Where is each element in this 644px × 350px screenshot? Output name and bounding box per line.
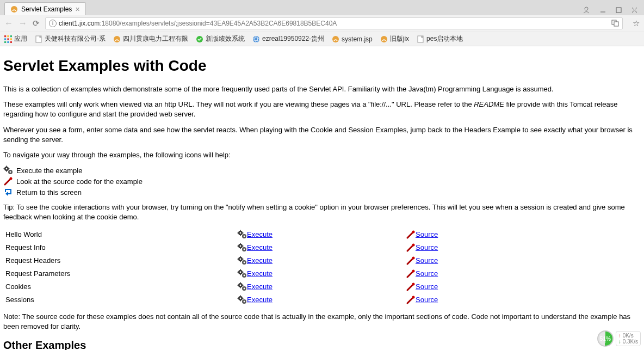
tab-bar: Servlet Examples × — [0, 0, 644, 15]
favicon-icon — [332, 35, 339, 43]
speed-box: ↑ 0K/s ↓ 0.3K/s — [616, 331, 641, 346]
example-name: Cookies — [3, 283, 237, 291]
bookmark-item[interactable]: 旧版jix — [380, 34, 409, 44]
tip-para: Tip: To see the cookie interactions with… — [3, 202, 641, 222]
table-row: Request Info Execute Source — [3, 241, 641, 254]
table-row: Hello World Execute Source — [3, 228, 641, 241]
example-name: Request Info — [3, 243, 237, 251]
tab-close-icon[interactable]: × — [75, 5, 79, 13]
bookmark-bar: 应用 天健科技有限公司-系 四川贯康电力工程有限 新版绩效系统 ezreal19… — [0, 32, 644, 46]
intro-para: This is a collection of examples which d… — [3, 84, 641, 94]
table-row: Request Headers Execute Source — [3, 254, 641, 267]
source-icon — [406, 230, 416, 240]
favicon-icon — [252, 35, 260, 43]
forward-button[interactable]: → — [18, 19, 27, 28]
source-link[interactable]: Source — [416, 283, 438, 291]
legend-execute: Execute the example — [3, 165, 641, 175]
bookmark-item[interactable]: 天健科技有限公司-系 — [35, 34, 106, 44]
bookmark-item[interactable]: 新版绩效系统 — [196, 34, 245, 44]
bookmark-item[interactable]: system.jsp — [332, 35, 373, 43]
source-link[interactable]: Source — [416, 230, 438, 238]
source-link[interactable]: Source — [416, 269, 438, 278]
browser-tab[interactable]: Servlet Examples × — [4, 2, 86, 15]
window-controls — [576, 6, 644, 15]
execute-icon — [237, 230, 247, 240]
favicon-icon — [196, 35, 203, 43]
reload-button[interactable]: ⟳ — [33, 19, 40, 28]
favicon-icon — [380, 35, 388, 43]
page-content: Servlet Examples with Code This is a col… — [0, 46, 644, 350]
example-name: Request Parameters — [3, 269, 237, 278]
source-icon — [406, 243, 416, 253]
url-host: client1.jix.com — [59, 20, 100, 27]
execute-link[interactable]: Execute — [247, 256, 273, 265]
source-icon — [406, 269, 416, 279]
execute-link[interactable]: Execute — [247, 296, 273, 304]
tab-favicon-icon — [10, 5, 18, 13]
execute-link[interactable]: Execute — [247, 269, 273, 278]
execute-icon — [237, 269, 247, 279]
user-icon[interactable] — [583, 6, 590, 15]
bookmark-item[interactable]: pes启动本地 — [417, 34, 463, 44]
execute-icon — [3, 165, 13, 175]
svg-rect-27 — [616, 8, 621, 13]
url-bar[interactable]: i client1.jix.com:18080/examples/servlet… — [45, 17, 623, 29]
execute-icon — [237, 282, 247, 292]
table-row: Cookies Execute Source — [3, 280, 641, 293]
execute-link[interactable]: Execute — [247, 243, 273, 251]
favicon-icon — [113, 35, 121, 43]
network-monitor[interactable]: 51% ↑ 0K/s ↓ 0.3K/s — [597, 330, 641, 347]
other-examples-heading: Other Examples — [3, 339, 641, 350]
close-icon[interactable] — [631, 7, 637, 15]
nav-bar: ← → ⟳ i client1.jix.com:18080/examples/s… — [0, 15, 644, 32]
execute-icon — [237, 295, 247, 305]
source-icon — [406, 282, 416, 292]
source-link[interactable]: Source — [416, 296, 438, 304]
svg-rect-31 — [614, 22, 618, 26]
source-link[interactable]: Source — [416, 243, 438, 251]
browser-chrome: Servlet Examples × ← → ⟳ i client1.jix.c… — [0, 0, 644, 46]
return-icon — [3, 187, 13, 197]
execute-icon — [237, 256, 247, 266]
form-note-para: Wherever you see a form, enter some data… — [3, 125, 641, 145]
svg-point-25 — [585, 7, 588, 10]
percent-badge: 51% — [597, 330, 614, 347]
site-info-icon[interactable]: i — [49, 20, 57, 27]
source-icon — [406, 295, 416, 305]
translate-icon[interactable] — [611, 19, 619, 28]
maximize-icon[interactable] — [616, 7, 622, 15]
readme-text: README — [474, 100, 504, 108]
nav-note-para: To navigate your way through the example… — [3, 150, 641, 160]
source-link[interactable]: Source — [416, 256, 438, 265]
minimize-icon[interactable] — [600, 7, 606, 15]
table-row: Request Parameters Execute Source — [3, 267, 641, 280]
page-icon — [35, 35, 42, 43]
page-icon — [417, 35, 424, 43]
example-name: Hello World — [3, 230, 237, 238]
example-name: Request Headers — [3, 256, 237, 265]
back-button[interactable]: ← — [4, 19, 13, 28]
source-icon — [406, 256, 416, 266]
url-path: :18080/examples/servlets/;jsessionid=43E… — [100, 20, 337, 27]
bookmark-star-icon[interactable]: ☆ — [633, 19, 640, 28]
execute-link[interactable]: Execute — [247, 230, 273, 238]
note-para: Note: The source code for these examples… — [3, 312, 641, 331]
bookmark-item[interactable]: 四川贯康电力工程有限 — [113, 34, 188, 44]
http-note-para: These examples will only work when viewe… — [3, 100, 641, 119]
example-name: Sessions — [3, 296, 237, 304]
source-icon — [3, 176, 13, 186]
apps-button[interactable]: 应用 — [4, 34, 27, 44]
icon-legend: Execute the example Look at the source c… — [3, 165, 641, 197]
bookmark-item[interactable]: ezreal19950922-贵州 — [252, 34, 324, 44]
execute-link[interactable]: Execute — [247, 283, 273, 291]
legend-return: Return to this screen — [3, 187, 641, 197]
legend-source: Look at the source code for the example — [3, 176, 641, 186]
apps-icon — [4, 35, 12, 43]
tab-title: Servlet Examples — [21, 5, 72, 13]
execute-icon — [237, 243, 247, 253]
table-row: Sessions Execute Source — [3, 293, 641, 306]
examples-table: Hello World Execute Source Request Info … — [3, 228, 641, 306]
page-title: Servlet Examples with Code — [3, 57, 641, 75]
